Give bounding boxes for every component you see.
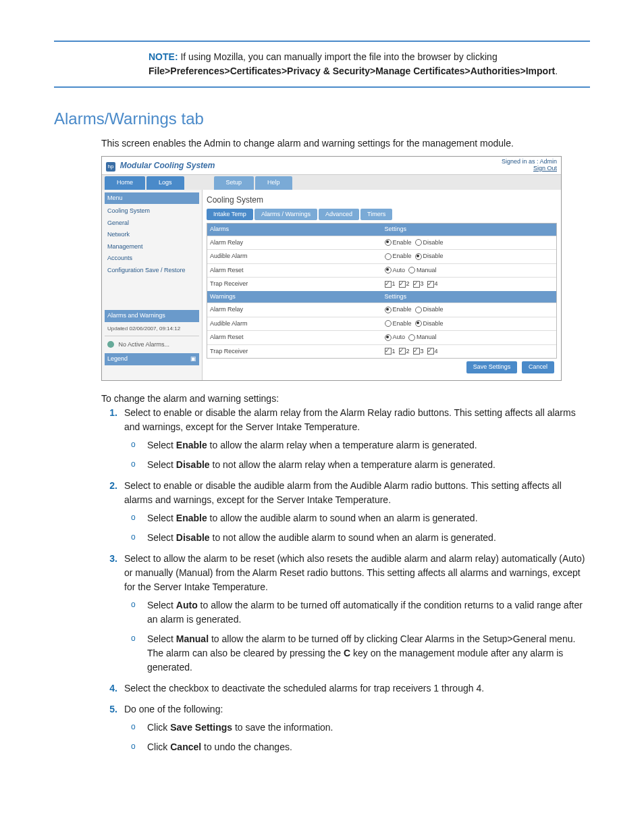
row-audible: Audible Alarm <box>207 249 382 263</box>
note-label: NOTE: <box>149 51 178 62</box>
user-info: Signed in as : Admin Sign Out <box>502 159 557 172</box>
hdr-warnings: Warnings <box>207 291 382 303</box>
sidebar-updated: Updated 02/06/2007, 09:14:12 <box>105 322 199 336</box>
button-row: Save Settings Cancel <box>207 359 557 376</box>
app-screenshot: hp Modular Cooling System Signed in as :… <box>101 156 562 381</box>
sidebar-item-management[interactable]: Management <box>105 241 199 253</box>
subtab-advanced[interactable]: Advanced <box>319 209 359 221</box>
sidebar-item-general[interactable]: General <box>105 217 199 230</box>
note-text: If using Mozilla, you can manually impor… <box>180 51 497 62</box>
warn-reset-auto-radio[interactable] <box>385 334 392 341</box>
hdr-alarms: Alarms <box>207 224 382 236</box>
cancel-button[interactable]: Cancel <box>522 361 554 373</box>
warn-trap-cb-1[interactable] <box>385 348 392 355</box>
warn-relay-disable-radio[interactable] <box>415 307 422 313</box>
app-title-wrap: hp Modular Cooling System <box>106 159 215 172</box>
legend-label: Legend <box>107 355 128 364</box>
top-rule <box>54 41 590 42</box>
warn-relay-opts: Enable Disable <box>382 303 557 317</box>
note-path: File>Preferences>Certificates>Privacy & … <box>149 66 555 76</box>
sidebar-item-accounts[interactable]: Accounts <box>105 253 199 265</box>
warn-trap-cb-2[interactable] <box>399 348 406 355</box>
step-1b: Select Disable to not allow the alarm re… <box>124 458 590 472</box>
save-settings-button[interactable]: Save Settings <box>466 361 518 373</box>
subtab-timers[interactable]: Timers <box>360 209 392 221</box>
bottom-rule <box>54 86 590 88</box>
alarm-relay-opts: Enable Disable <box>382 236 557 250</box>
step-3: 3. Select to allow the alarm to be reset… <box>101 552 590 675</box>
section-title: Alarms/Warnings tab <box>54 107 590 131</box>
warn-audible-opts: Enable Disable <box>382 317 557 331</box>
step-3b: Select Manual to allow the alarm to be t… <box>124 632 590 675</box>
step-5b: Click Cancel to undo the changes. <box>124 740 590 754</box>
subtab-alarms-warnings[interactable]: Alarms / Warnings <box>254 209 317 221</box>
sidebar-status-head: Alarms and Warnings <box>105 310 199 322</box>
tab-help[interactable]: Help <box>255 176 292 190</box>
warn-trap-cb-3[interactable] <box>413 348 420 355</box>
step-1: 1. Select to enable or disable the alarm… <box>101 406 590 472</box>
hdr-settings-2: Settings <box>382 291 557 303</box>
trap-cb-4[interactable] <box>427 281 434 288</box>
step-2: 2. Select to enable or disable the audib… <box>101 479 590 545</box>
reset-auto-radio[interactable] <box>385 267 392 273</box>
row-alarm-relay: Alarm Relay <box>207 236 382 250</box>
instructions-lead: To change the alarm and warning settings… <box>101 392 590 406</box>
app-title: Modular Cooling System <box>120 161 215 170</box>
sidebar-menu-head: Menu <box>105 192 199 205</box>
row-reset: Alarm Reset <box>207 263 382 278</box>
subtabs: Intake Temp Alarms / Warnings Advanced T… <box>207 209 557 221</box>
step-3a: Select Auto to allow the alarm to be tur… <box>124 598 590 627</box>
hp-logo-icon: hp <box>106 162 115 172</box>
sidebar-legend[interactable]: Legend ▣ <box>105 353 199 365</box>
reset-opts: Auto Manual <box>382 263 557 278</box>
row-warn-reset: Alarm Reset <box>207 330 382 344</box>
trap-cb-2[interactable] <box>399 281 406 288</box>
alarm-relay-enable-radio[interactable] <box>385 239 392 246</box>
hdr-settings-1: Settings <box>382 224 557 236</box>
app-header: hp Modular Cooling System Signed in as :… <box>102 157 561 175</box>
warn-reset-manual-radio[interactable] <box>408 334 415 341</box>
sign-out-link[interactable]: Sign Out <box>502 165 557 172</box>
alarm-relay-disable-radio[interactable] <box>415 239 422 246</box>
audible-disable-radio[interactable] <box>415 253 422 260</box>
reset-manual-radio[interactable] <box>408 267 415 273</box>
step-5: 5. Do one of the following: Click Save S… <box>101 702 590 754</box>
expand-icon: ▣ <box>190 355 196 364</box>
sidebar-item-config[interactable]: Configuration Save / Restore <box>105 265 199 277</box>
instructions: 1. Select to enable or disable the alarm… <box>101 406 590 754</box>
tab-home[interactable]: Home <box>105 176 145 190</box>
step-2b: Select Disable to not allow the audible … <box>124 531 590 545</box>
app-body: Menu Cooling System General Network Mana… <box>102 190 561 380</box>
row-warn-trap: Trap Receiver <box>207 344 382 359</box>
tab-logs[interactable]: Logs <box>146 176 184 190</box>
row-trap: Trap Receiver <box>207 277 382 291</box>
warn-reset-opts: Auto Manual <box>382 330 557 344</box>
sidebar-item-network[interactable]: Network <box>105 229 199 241</box>
sidebar-item-cooling[interactable]: Cooling System <box>105 205 199 217</box>
trap-cb-1[interactable] <box>385 281 392 288</box>
main-title: Cooling System <box>207 194 557 206</box>
status-ok-icon <box>107 341 114 348</box>
settings-panel: Alarms Settings Alarm Relay Enable Disab… <box>207 223 557 359</box>
step-1a: Select Enable to allow the alarm relay w… <box>124 438 590 452</box>
row-warn-relay: Alarm Relay <box>207 303 382 317</box>
trap-cb-3[interactable] <box>413 281 420 288</box>
step-2a: Select Enable to allow the audible alarm… <box>124 511 590 525</box>
note-block: NOTE: If using Mozilla, you can manually… <box>149 50 590 78</box>
tab-setup[interactable]: Setup <box>214 176 254 190</box>
row-warn-audible: Audible Alarm <box>207 317 382 331</box>
warn-trap-cb-4[interactable] <box>427 348 434 355</box>
step-4: 4. Select the checkbox to deactivate the… <box>101 681 590 696</box>
step-5a: Click Save Settings to save the informat… <box>124 721 590 735</box>
main-panel: Cooling System Intake Temp Alarms / Warn… <box>203 190 561 380</box>
warn-relay-enable-radio[interactable] <box>385 307 392 313</box>
section-intro: This screen enables the Admin to change … <box>101 136 590 151</box>
sidebar: Menu Cooling System General Network Mana… <box>102 190 203 380</box>
warn-audible-enable-radio[interactable] <box>385 320 392 327</box>
warn-audible-disable-radio[interactable] <box>415 320 422 327</box>
audible-opts: Enable Disable <box>382 249 557 263</box>
no-alarms-text: No Active Alarms... <box>119 341 170 348</box>
audible-enable-radio[interactable] <box>385 253 392 260</box>
subtab-intake[interactable]: Intake Temp <box>207 209 253 221</box>
app-tabs: Home Logs Setup Help <box>102 175 561 190</box>
